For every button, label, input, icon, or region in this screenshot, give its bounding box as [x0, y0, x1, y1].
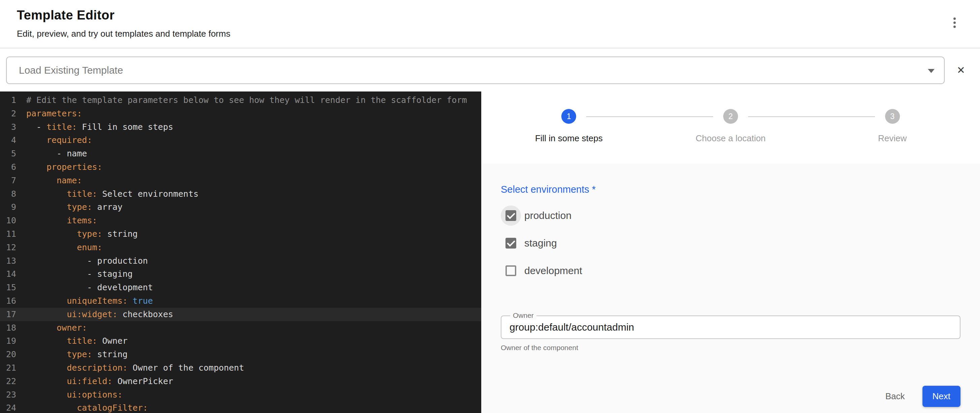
- page-title: Template Editor: [17, 8, 230, 22]
- code-lines: 1# Edit the template parameters below to…: [0, 94, 481, 413]
- step-connector: [748, 116, 875, 117]
- line-number: 9: [0, 200, 16, 214]
- code-text: uniqueItems: true: [16, 294, 153, 308]
- line-number: 6: [0, 160, 16, 174]
- line-number: 18: [0, 321, 16, 335]
- code-line-1[interactable]: 1# Edit the template parameters below to…: [0, 94, 481, 107]
- code-text: parameters:: [16, 107, 82, 121]
- step-2-label: Choose a location: [695, 133, 765, 144]
- line-number: 4: [0, 133, 16, 147]
- preview-panel: 1 Fill in some steps 2 Choose a location…: [481, 92, 980, 413]
- group-label-text: Select environments: [501, 184, 589, 195]
- code-line-7[interactable]: 7 name:: [0, 174, 481, 187]
- checkbox-label-development: development: [524, 265, 582, 276]
- code-line-17[interactable]: 17 ui:widget: checkboxes: [0, 308, 481, 321]
- code-text: type: string: [16, 348, 127, 361]
- checkbox-label-production: production: [524, 210, 571, 221]
- main-content: 1# Edit the template parameters below to…: [0, 92, 980, 413]
- line-number: 17: [0, 308, 16, 321]
- code-line-18[interactable]: 18 owner:: [0, 321, 481, 335]
- code-line-21[interactable]: 21 description: Owner of the component: [0, 361, 481, 375]
- code-line-9[interactable]: 9 type: array: [0, 200, 481, 214]
- step-choose-a-location[interactable]: 2 Choose a location: [650, 109, 812, 144]
- code-line-23[interactable]: 23 ui:options:: [0, 388, 481, 402]
- page-header-text: Template Editor Edit, preview, and try o…: [17, 8, 230, 39]
- code-line-13[interactable]: 13 - production: [0, 254, 481, 268]
- code-line-15[interactable]: 15 - development: [0, 281, 481, 294]
- checkbox-row-development[interactable]: development: [501, 257, 961, 284]
- required-marker: *: [589, 184, 596, 195]
- code-text: owner:: [16, 321, 87, 335]
- step-connector: [586, 116, 713, 117]
- checkbox-ripple: [501, 233, 521, 253]
- back-button[interactable]: Back: [879, 386, 912, 406]
- code-text: - staging: [16, 267, 133, 281]
- line-number: 24: [0, 401, 16, 413]
- line-number: 3: [0, 121, 16, 134]
- load-template-placeholder: Load Existing Template: [19, 65, 123, 76]
- code-text: title: Owner: [16, 334, 127, 348]
- line-number: 11: [0, 227, 16, 241]
- code-line-12[interactable]: 12 enum:: [0, 241, 481, 254]
- caret-down-icon: [928, 69, 935, 73]
- owner-helper-text: Owner of the component: [501, 344, 961, 352]
- line-number: 12: [0, 241, 16, 254]
- close-icon[interactable]: ✕: [953, 62, 969, 78]
- line-number: 23: [0, 388, 16, 402]
- code-text: properties:: [16, 160, 102, 174]
- step-3-badge: 3: [885, 109, 900, 124]
- code-text: catalogFilter:: [16, 401, 148, 413]
- code-text: ui:widget: checkboxes: [16, 308, 173, 321]
- line-number: 7: [0, 174, 16, 187]
- code-text: # Edit the template parameters below to …: [16, 94, 467, 107]
- line-number: 14: [0, 267, 16, 281]
- code-line-19[interactable]: 19 title: Owner: [0, 334, 481, 348]
- code-line-14[interactable]: 14 - staging: [0, 267, 481, 281]
- owner-field[interactable]: Owner: [501, 316, 961, 339]
- load-template-select[interactable]: Load Existing Template: [6, 57, 945, 84]
- template-editor-page: Template Editor Edit, preview, and try o…: [0, 0, 980, 413]
- code-editor[interactable]: 1# Edit the template parameters below to…: [0, 92, 481, 413]
- page-subtitle: Edit, preview, and try out templates and…: [17, 29, 230, 39]
- owner-field-wrap: Owner Owner of the component: [501, 316, 961, 352]
- code-text: enum:: [16, 241, 102, 254]
- code-line-2[interactable]: 2parameters:: [0, 107, 481, 121]
- owner-input[interactable]: [501, 321, 960, 333]
- checkbox-ripple: [501, 205, 521, 226]
- step-review[interactable]: 3 Review: [811, 109, 973, 144]
- line-number: 5: [0, 147, 16, 160]
- checkbox-label-staging: staging: [524, 237, 557, 249]
- line-number: 2: [0, 107, 16, 121]
- checkbox-checked-icon[interactable]: [506, 238, 516, 249]
- next-button[interactable]: Next: [923, 386, 961, 407]
- step-2-badge: 2: [723, 109, 738, 124]
- code-line-3[interactable]: 3 - title: Fill in some steps: [0, 121, 481, 134]
- code-line-6[interactable]: 6 properties:: [0, 160, 481, 174]
- code-line-11[interactable]: 11 type: string: [0, 227, 481, 241]
- step-fill-in-some-steps[interactable]: 1 Fill in some steps: [488, 109, 650, 144]
- checkbox-checked-icon[interactable]: [506, 210, 516, 221]
- code-line-16[interactable]: 16 uniqueItems: true: [0, 294, 481, 308]
- checkbox-row-production[interactable]: production: [501, 202, 961, 229]
- code-line-5[interactable]: 5 - name: [0, 147, 481, 160]
- code-text: title: Select environments: [16, 187, 199, 201]
- checkbox-row-staging[interactable]: staging: [501, 229, 961, 257]
- step-3-label: Review: [878, 133, 907, 144]
- code-text: - title: Fill in some steps: [16, 121, 173, 134]
- line-number: 1: [0, 94, 16, 107]
- code-text: - development: [16, 281, 153, 294]
- template-loader-row: Load Existing Template ✕: [0, 48, 980, 92]
- code-line-24[interactable]: 24 catalogFilter:: [0, 401, 481, 413]
- more-options-icon[interactable]: [948, 13, 961, 32]
- step-1-badge: 1: [562, 109, 576, 124]
- code-text: type: string: [16, 227, 138, 241]
- code-text: ui:field: OwnerPicker: [16, 375, 173, 388]
- checkbox-unchecked-icon[interactable]: [506, 265, 516, 276]
- code-line-20[interactable]: 20 type: string: [0, 348, 481, 361]
- code-line-10[interactable]: 10 items:: [0, 214, 481, 227]
- page-header: Template Editor Edit, preview, and try o…: [0, 0, 980, 48]
- code-text: name:: [16, 174, 82, 187]
- code-line-4[interactable]: 4 required:: [0, 133, 481, 147]
- code-line-22[interactable]: 22 ui:field: OwnerPicker: [0, 375, 481, 388]
- code-line-8[interactable]: 8 title: Select environments: [0, 187, 481, 201]
